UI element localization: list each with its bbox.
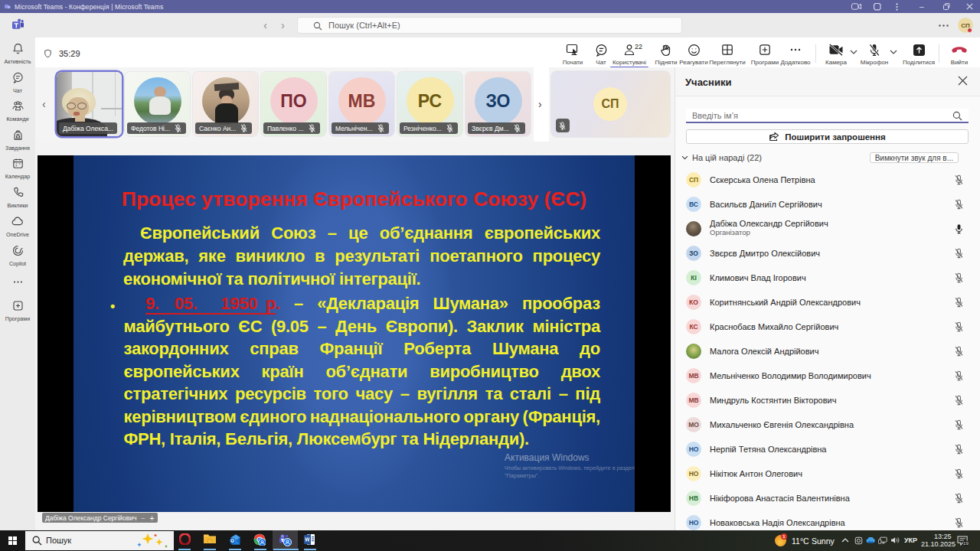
svg-text:19: 19 xyxy=(963,541,969,546)
